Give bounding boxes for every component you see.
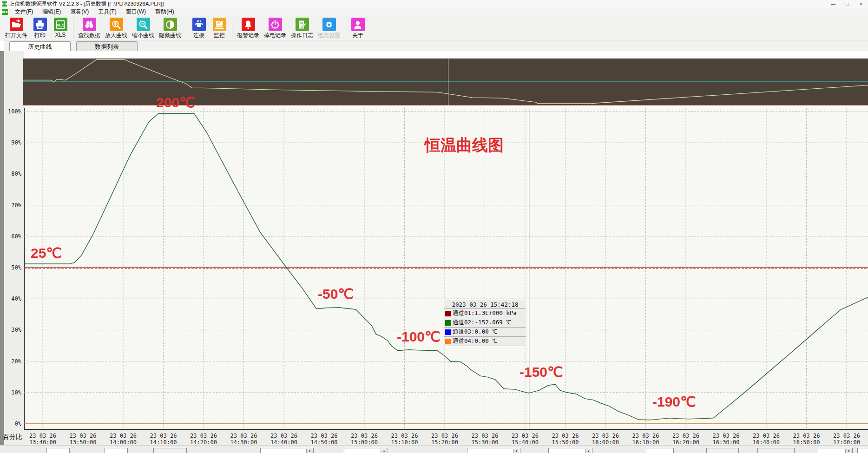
- tab-inactive[interactable]: 数据列表: [76, 41, 138, 51]
- overview-strip[interactable]: [23, 59, 868, 105]
- toolbar-button-person[interactable]: 关于: [350, 18, 366, 39]
- x-tick-label: 23-03-26 16:50:00: [789, 433, 824, 445]
- x-tick-label: 23-03-26 16:30:00: [709, 433, 743, 445]
- x-tick-label: 23-03-26 15:20:00: [427, 433, 462, 445]
- dropdown-arrow-icon[interactable]: ▾: [513, 449, 519, 453]
- panel-left-edge: [0, 51, 4, 445]
- bottom-input[interactable]: [46, 448, 70, 453]
- toolbar-button-doc-edit[interactable]: 操作日志: [291, 18, 313, 39]
- svg-text:XLS: XLS: [56, 22, 65, 27]
- tooltip-channel-row: 通道04:0.00 ℃: [444, 337, 526, 346]
- toolbar-button-label: 打印: [34, 32, 46, 39]
- toolbar-separator: [345, 18, 345, 38]
- person-icon: [351, 18, 365, 31]
- spinner-arrow-icon[interactable]: ▴: [381, 449, 387, 453]
- bottom-spin[interactable]: ▴: [548, 448, 592, 453]
- dropdown-arrow-icon[interactable]: ▾: [845, 449, 852, 453]
- menu-item[interactable]: 工具(T): [93, 8, 121, 16]
- bottom-button[interactable]: [757, 448, 795, 453]
- y-tick-label: 0%: [3, 420, 21, 427]
- close-button[interactable]: ×: [854, 0, 868, 8]
- menu-items: 文件(F)编辑(E)查看(V)工具(T)窗口(W)帮助(H): [10, 8, 179, 16]
- bottom-select[interactable]: ▾: [857, 448, 868, 453]
- x-tick-label: 23-03-26 14:40:00: [267, 433, 301, 445]
- toolbar-button-gear[interactable]: 组态设置: [318, 18, 340, 39]
- y-tick-label: 100%: [3, 108, 21, 115]
- window-controls: — □ ×: [826, 0, 868, 8]
- toolbar-button-label: XLS: [55, 32, 66, 38]
- toolbar-button-binoculars[interactable]: 查找数据: [78, 18, 100, 39]
- menu-item[interactable]: 文件(F): [10, 8, 38, 16]
- y-tick-label: 10%: [3, 389, 21, 396]
- channel-value-text: 通道04:0.00 ℃: [453, 337, 498, 345]
- bottom-select[interactable]: ▾: [467, 448, 520, 453]
- x-tick-label: 23-03-26 15:10:00: [388, 433, 422, 445]
- temperature-annotation: -100℃: [397, 330, 441, 344]
- x-tick-label: 23-03-26 16:40:00: [749, 433, 783, 445]
- x-tick-label: 23-03-26 14:30:00: [227, 433, 261, 445]
- connector-icon: [192, 18, 206, 31]
- channel-color-swatch: [445, 320, 451, 326]
- maximize-button[interactable]: □: [840, 0, 854, 8]
- toolbar-button-contrast[interactable]: 隐藏曲线: [159, 18, 181, 39]
- toolbar-button-xls[interactable]: XLSXLS: [53, 18, 68, 38]
- toolbar-button-label: 操作日志: [291, 32, 313, 39]
- bottom-input[interactable]: [646, 448, 674, 453]
- x-tick-label: 23-03-26 14:20:00: [186, 433, 221, 445]
- menu-bar: PLR 文件(F)编辑(E)查看(V)工具(T)窗口(W)帮助(H): [0, 8, 868, 16]
- bottom-spin[interactable]: ▴: [344, 448, 388, 453]
- dropdown-arrow-icon[interactable]: ▾: [306, 449, 313, 453]
- power-icon: [269, 18, 282, 31]
- spinner-arrow-icon[interactable]: ▴: [585, 449, 592, 453]
- bottom-select[interactable]: ▾: [818, 448, 853, 453]
- tab-row: 历史曲线数据列表: [4, 40, 868, 51]
- app-icon: PLR: [2, 1, 7, 7]
- y-tick-label: 50%: [3, 264, 21, 271]
- menu-item[interactable]: 窗口(W): [121, 8, 151, 16]
- toolbar: 打开文件打印XLSXLS查找数据放大曲线缩小曲线隐藏曲线连接监控报警记录掉电记录…: [0, 16, 868, 40]
- y-tick-label: 90%: [3, 139, 21, 146]
- bottom-button[interactable]: [153, 448, 187, 453]
- toolbar-button-label: 隐藏曲线: [159, 32, 181, 39]
- toolbar-button-label: 缩小曲线: [132, 32, 154, 39]
- toolbar-separator: [186, 18, 186, 38]
- y-tick-label: 80%: [3, 171, 21, 177]
- minimize-button[interactable]: —: [826, 0, 840, 8]
- doc-edit-icon: [296, 18, 309, 31]
- toolbar-button-label: 组态设置: [318, 32, 340, 39]
- toolbar-button-connector[interactable]: 连接: [191, 18, 207, 39]
- bottom-button[interactable]: [706, 448, 739, 453]
- menu-item[interactable]: 编辑(E): [38, 8, 66, 16]
- toolbar-separator: [73, 18, 73, 38]
- toolbar-button-open-file[interactable]: 打开文件: [5, 18, 27, 39]
- toolbar-button-zoom-in[interactable]: 放大曲线: [105, 18, 127, 39]
- menu-item[interactable]: 帮助(H): [151, 8, 179, 16]
- toolbar-button-label: 查找数据: [78, 32, 100, 39]
- title-bar: PLR 上位机数据管理软件 V2.2.2.3 - [历史数据 [F:\PLR\2…: [0, 0, 868, 8]
- contrast-icon: [164, 18, 177, 31]
- x-tick-label: 23-03-26 15:30:00: [468, 433, 502, 445]
- temperature-annotation: -50℃: [318, 287, 354, 301]
- history-chart-panel: 100%90%80%70%60%50%40%30%20%10%0% 23-03-…: [0, 51, 868, 445]
- tab-active[interactable]: 历史曲线: [9, 41, 71, 51]
- bell-icon: [242, 18, 255, 31]
- x-tick-label: 23-03-26 14:00:00: [106, 433, 140, 445]
- toolbar-button-zoom-out[interactable]: 缩小曲线: [132, 18, 154, 39]
- toolbar-button-label: 监控: [214, 32, 225, 39]
- xls-icon: XLS: [54, 18, 67, 31]
- toolbar-button-bell[interactable]: 报警记录: [237, 18, 259, 39]
- menu-item[interactable]: 查看(V): [66, 8, 93, 16]
- channel-value-text: 通道01:1.3E+000 kPa: [453, 309, 517, 317]
- temperature-annotation: -190℃: [652, 395, 696, 409]
- toolbar-button-monitor[interactable]: 监控: [211, 18, 227, 39]
- zoom-in-icon: [110, 18, 123, 31]
- binoculars-icon: [83, 18, 96, 31]
- tooltip-timestamp: 2023-03-26 15:42:18: [444, 300, 526, 309]
- bottom-input[interactable]: [105, 448, 128, 453]
- toolbar-button-printer[interactable]: 打印: [32, 18, 48, 39]
- toolbar-button-power[interactable]: 掉电记录: [264, 18, 286, 39]
- toolbar-button-label: 关于: [352, 32, 363, 39]
- bottom-select[interactable]: ▾: [260, 448, 314, 453]
- y-tick-label: 40%: [3, 295, 21, 302]
- toolbar-button-label: 放大曲线: [105, 32, 127, 39]
